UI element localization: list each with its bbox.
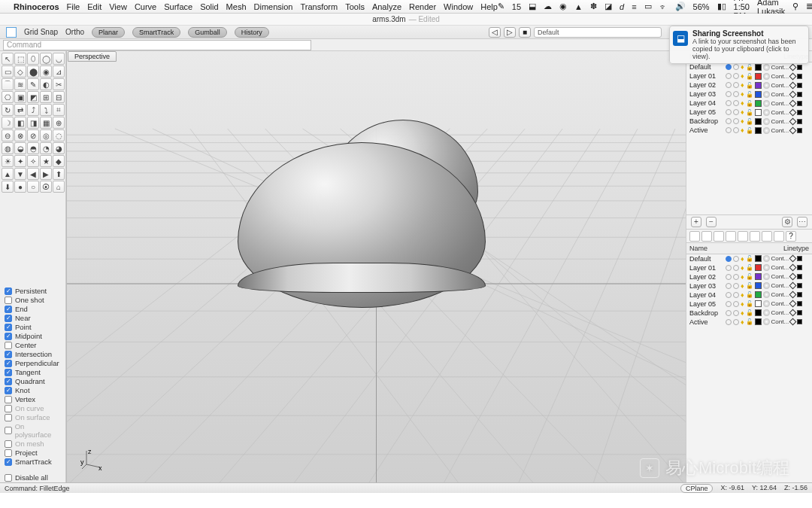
panel-tab-7[interactable]: [762, 231, 772, 242]
osnap-midpoint[interactable]: [5, 333, 12, 340]
lock-icon[interactable]: 🔓: [746, 264, 753, 271]
lock-icon[interactable]: 🔓: [746, 100, 753, 107]
print-width-icon[interactable]: [789, 318, 797, 326]
lightbulb-icon[interactable]: ♦: [741, 108, 744, 116]
print-width-icon[interactable]: [789, 126, 797, 134]
lightbulb-icon[interactable]: ♦: [741, 282, 744, 290]
lock-icon[interactable]: 🔓: [746, 118, 753, 125]
layer-visible-icon[interactable]: [733, 64, 739, 70]
print-color-swatch[interactable]: [797, 101, 802, 106]
menu-render[interactable]: Render: [409, 2, 436, 11]
tool-32[interactable]: ⊘: [27, 129, 39, 141]
print-width-icon[interactable]: [789, 273, 797, 281]
layer-current-icon[interactable]: [726, 310, 732, 316]
layer-color-swatch[interactable]: [755, 109, 762, 116]
linetype-label[interactable]: Cont...: [771, 264, 789, 271]
tool-53[interactable]: ⦿: [40, 181, 52, 193]
layer-color-swatch[interactable]: [755, 309, 762, 316]
tool-36[interactable]: ◒: [14, 142, 26, 154]
tool-22[interactable]: ⤴: [27, 104, 39, 116]
layer-current-icon[interactable]: [726, 118, 732, 124]
tool-30[interactable]: ⊖: [2, 129, 14, 141]
lock-icon[interactable]: 🔓: [746, 91, 753, 98]
linetype-label[interactable]: Cont...: [771, 100, 789, 107]
print-width-icon[interactable]: [789, 264, 797, 272]
viewport-label[interactable]: Perspective: [68, 51, 117, 62]
tool-31[interactable]: ⊗: [14, 129, 26, 141]
layer-visible-icon[interactable]: [733, 91, 739, 97]
tool-21[interactable]: ⇄: [14, 104, 26, 116]
tool-6[interactable]: ◇: [14, 65, 26, 78]
lock-icon[interactable]: 🔓: [746, 273, 753, 280]
menu-surface[interactable]: Surface: [164, 2, 192, 11]
layer-color-swatch[interactable]: [755, 273, 762, 280]
print-color-swatch[interactable]: [797, 119, 802, 124]
linetype-label[interactable]: Cont...: [771, 300, 789, 307]
layer-current-icon[interactable]: [726, 64, 732, 70]
tool-38[interactable]: ◔: [40, 142, 52, 154]
material-icon[interactable]: [763, 73, 770, 80]
tool-39[interactable]: ◕: [53, 142, 65, 154]
print-color-swatch[interactable]: [797, 283, 802, 288]
tool-27[interactable]: ◨: [27, 117, 39, 129]
print-width-icon[interactable]: [789, 72, 797, 80]
layer-current-icon[interactable]: [726, 82, 732, 88]
layer-color-swatch[interactable]: [755, 300, 762, 307]
osnap-perpendicular[interactable]: [5, 360, 12, 367]
print-width-icon[interactable]: [789, 282, 797, 290]
osnap-near[interactable]: [5, 315, 12, 322]
status-count[interactable]: 15: [512, 2, 521, 11]
linetype-label[interactable]: Cont...: [771, 118, 789, 125]
remove-button[interactable]: −: [706, 217, 717, 227]
osnap-one-shot[interactable]: [5, 297, 12, 304]
lightbulb-icon[interactable]: ♦: [741, 99, 744, 107]
tool-47[interactable]: ◀: [27, 168, 39, 180]
cplane-button[interactable]: CPlane: [680, 484, 714, 493]
layer-row[interactable]: Active♦🔓Cont...: [686, 318, 812, 327]
status-battery[interactable]: 56%: [693, 2, 710, 11]
lock-icon[interactable]: 🔓: [746, 318, 753, 325]
menu-help[interactable]: Help: [480, 2, 498, 11]
print-color-swatch[interactable]: [797, 92, 802, 97]
app-name-menu[interactable]: Rhinoceros: [14, 2, 59, 11]
gridsnap-toggle[interactable]: Grid Snap: [24, 28, 58, 36]
lock-icon[interactable]: 🔓: [746, 127, 753, 134]
layer-row[interactable]: Backdrop♦🔓Cont...: [686, 117, 812, 126]
menu-tools[interactable]: Tools: [345, 2, 365, 11]
material-icon[interactable]: [763, 100, 770, 107]
print-color-swatch[interactable]: [797, 274, 802, 279]
lock-icon[interactable]: 🔓: [746, 64, 753, 71]
status-evernote-icon[interactable]: ✽: [590, 2, 597, 11]
lightbulb-icon[interactable]: ♦: [741, 264, 744, 272]
tool-18[interactable]: ⊞: [40, 91, 52, 103]
lightbulb-icon[interactable]: ♦: [741, 273, 744, 281]
tool-12[interactable]: ✎: [27, 78, 39, 90]
layer-visible-icon[interactable]: [733, 256, 739, 262]
tool-3[interactable]: ◯: [40, 53, 52, 65]
layer-visible-icon[interactable]: [733, 82, 739, 88]
layer-current-icon[interactable]: [726, 256, 732, 262]
osnap-persistent[interactable]: [5, 287, 12, 295]
tool-23[interactable]: ⤵: [40, 104, 52, 116]
status-wifi-icon[interactable]: ᯤ: [659, 2, 668, 11]
lightbulb-icon[interactable]: ♦: [741, 81, 744, 89]
tool-42[interactable]: ✧: [27, 155, 39, 167]
nav-fwd-button[interactable]: ▷: [504, 27, 516, 38]
command-input[interactable]: Command: [3, 40, 311, 50]
linetype-label[interactable]: Cont...: [771, 255, 789, 262]
linetype-label[interactable]: Cont...: [771, 127, 789, 134]
osnap-vertex[interactable]: [5, 396, 12, 403]
print-width-icon[interactable]: [789, 291, 797, 299]
smarttrack-toggle[interactable]: SmartTrack: [132, 27, 180, 38]
osnap-point[interactable]: [5, 324, 12, 331]
layer-color-swatch[interactable]: [755, 127, 762, 134]
tool-46[interactable]: ▼: [14, 168, 26, 180]
ortho-toggle[interactable]: Ortho: [65, 28, 84, 36]
osnap-end[interactable]: [5, 306, 12, 313]
osnap-project[interactable]: [5, 449, 12, 457]
status-note-icon[interactable]: ◪: [604, 2, 612, 11]
tool-1[interactable]: ⬚: [14, 53, 26, 65]
tool-4[interactable]: ◡: [53, 53, 65, 65]
linetype-label[interactable]: Cont...: [771, 64, 789, 71]
layer-color-swatch[interactable]: [755, 82, 762, 89]
